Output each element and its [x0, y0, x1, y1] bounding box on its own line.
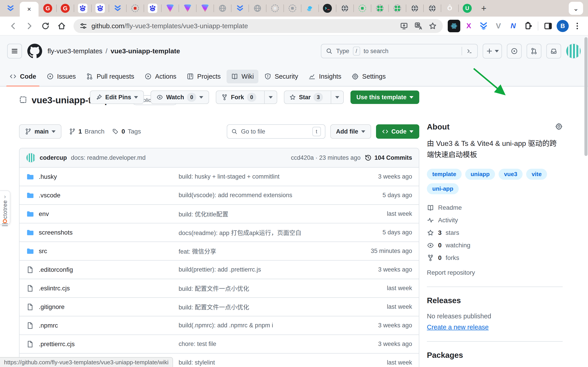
file-commit-date[interactable]: 5 days ago [356, 229, 412, 236]
browser-tab[interactable] [109, 0, 126, 17]
file-commit-date[interactable]: last week [356, 303, 412, 310]
vue-legacy-extension-icon[interactable]: V [492, 20, 505, 32]
topic-tag[interactable]: vue3 [499, 169, 522, 180]
file-commit-message[interactable]: build: husky + lint-staged + commitlint [179, 173, 356, 180]
report-repository-link[interactable]: Report repository [427, 269, 563, 276]
file-commit-message[interactable]: build: stylelint [179, 359, 356, 366]
fork-button[interactable]: Fork0 [216, 91, 277, 104]
edit-pins-button[interactable]: Edit Pins [90, 91, 144, 104]
file-commit-message[interactable]: feat: 微信分享 [179, 247, 356, 255]
browser-tab[interactable]: G [39, 0, 57, 17]
tab-actions[interactable]: Actions [140, 70, 181, 83]
browser-tab[interactable] [389, 0, 406, 17]
topic-tag[interactable]: uni-app [427, 183, 459, 194]
reload-button[interactable] [39, 19, 52, 33]
watch-button[interactable]: Watch0 [151, 91, 209, 104]
releases-title[interactable]: Releases [427, 296, 563, 305]
file-name[interactable]: .husky [39, 173, 57, 180]
site-info-icon[interactable] [79, 22, 87, 30]
star-button[interactable]: Star3 [284, 91, 344, 104]
file-commit-date[interactable]: 3 weeks ago [356, 266, 412, 273]
file-name[interactable]: .npmrc [39, 322, 58, 329]
extensions-puzzle-icon[interactable] [522, 20, 534, 32]
watching-link[interactable]: 0watching [427, 242, 563, 249]
browser-tab[interactable] [196, 0, 214, 17]
file-name[interactable]: .eslintrc.cjs [39, 285, 70, 292]
global-search-input[interactable]: Type / to search [321, 44, 478, 58]
file-commit-date[interactable]: 5 days ago [356, 192, 412, 199]
breadcrumb-repo[interactable]: vue3-uniapp-template [110, 47, 180, 55]
browser-tab[interactable] [179, 0, 196, 17]
browser-tab[interactable] [354, 0, 371, 17]
tab-settings[interactable]: Settings [347, 70, 390, 83]
go-to-file-input[interactable]: Go to filet [227, 124, 325, 139]
browser-tab[interactable] [266, 0, 284, 17]
file-name[interactable]: .prettierrc.cjs [39, 341, 75, 348]
octotree-grip-icon[interactable] [2, 223, 8, 226]
browser-menu-kebab-icon[interactable] [571, 20, 584, 32]
side-panel-icon[interactable] [542, 20, 554, 32]
n-extension-icon[interactable]: N [507, 20, 520, 32]
file-commit-message[interactable]: build(prettier): add .prettierrc.js [179, 266, 356, 273]
star-dropdown[interactable] [331, 91, 343, 103]
address-bar[interactable]: github.com/fly-vue3-templates/vue3-uniap… [74, 19, 443, 33]
breadcrumb-owner[interactable]: fly-vue3-templates [48, 47, 102, 55]
forward-button[interactable] [22, 19, 36, 33]
create-release-link[interactable]: Create a new release [427, 324, 489, 331]
browser-tab[interactable] [249, 0, 266, 17]
browser-tab[interactable] [284, 0, 301, 17]
create-new-button[interactable] [483, 44, 502, 58]
about-settings-gear-icon[interactable] [555, 123, 563, 131]
commit-author[interactable]: codercup [40, 154, 67, 161]
file-name[interactable]: .vscode [39, 192, 60, 199]
file-name[interactable]: screenshots [39, 229, 73, 236]
tab-issues[interactable]: Issues [42, 70, 80, 83]
octotree-panel[interactable]: › Octotree [0, 191, 10, 225]
branch-selector[interactable]: main [19, 124, 61, 139]
browser-tab[interactable]: Ô [441, 0, 458, 17]
bookmark-star-icon[interactable] [428, 22, 437, 30]
file-name[interactable]: env [39, 210, 49, 217]
file-commit-message[interactable]: build(vscode): add recommend extensions [179, 192, 356, 199]
back-button[interactable] [6, 19, 20, 33]
browser-tab[interactable]: du [74, 0, 92, 17]
browser-tab[interactable] [2, 0, 19, 17]
commit-history-link[interactable]: 104 Commits [365, 154, 412, 161]
file-commit-date[interactable]: 35 minutes ago [356, 248, 412, 255]
github-avatar[interactable] [566, 44, 581, 58]
tags-link[interactable]: 0Tags [112, 128, 141, 135]
readme-link[interactable]: Readme [427, 204, 563, 211]
file-commit-date[interactable]: last week [356, 210, 412, 217]
topic-tag[interactable]: vite [526, 169, 547, 180]
browser-tab[interactable] [336, 0, 354, 17]
file-name[interactable]: .gitignore [39, 303, 65, 310]
file-commit-message[interactable]: build: 配置文件一点小优化 [179, 284, 356, 293]
vue-devtools-extension-icon[interactable] [477, 20, 490, 32]
file-name[interactable]: src [39, 248, 47, 255]
commit-author-avatar[interactable] [26, 153, 36, 162]
packages-title[interactable]: Packages [427, 351, 563, 360]
file-commit-message[interactable]: build: 配置文件一点小优化 [179, 302, 356, 311]
browser-tab[interactable] [424, 0, 441, 17]
commit-meta[interactable]: ccd420a · 23 minutes ago [291, 154, 361, 161]
page-scrollbar-thumb[interactable] [584, 37, 588, 156]
code-button[interactable]: Code [376, 124, 420, 139]
file-commit-message[interactable]: build(.npmrc): add .npmrc & pnpm i [179, 322, 356, 329]
file-commit-date[interactable]: last week [356, 359, 412, 366]
browser-tab[interactable] [214, 0, 231, 17]
fork-dropdown[interactable] [264, 91, 277, 103]
browser-tab[interactable] [161, 0, 179, 17]
tab-pull-requests[interactable]: Pull requests [82, 70, 139, 83]
inbox-button[interactable] [546, 44, 561, 58]
browser-tab[interactable]: du [144, 0, 161, 17]
browser-profile-avatar[interactable]: B [557, 20, 569, 32]
file-commit-message[interactable]: docs(readme): app 打包成apk运行，页面空白 [179, 228, 356, 237]
forks-link[interactable]: 0forks [427, 254, 563, 261]
commit-message[interactable]: docs: readme.developer.md [71, 154, 146, 161]
browser-tab[interactable] [371, 0, 389, 17]
octotree-expand-icon[interactable]: › [4, 193, 6, 200]
x-extension-icon[interactable]: X [462, 20, 475, 32]
browser-tab[interactable] [301, 0, 319, 17]
browser-tab[interactable] [126, 0, 144, 17]
tab-security[interactable]: Security [260, 70, 303, 83]
